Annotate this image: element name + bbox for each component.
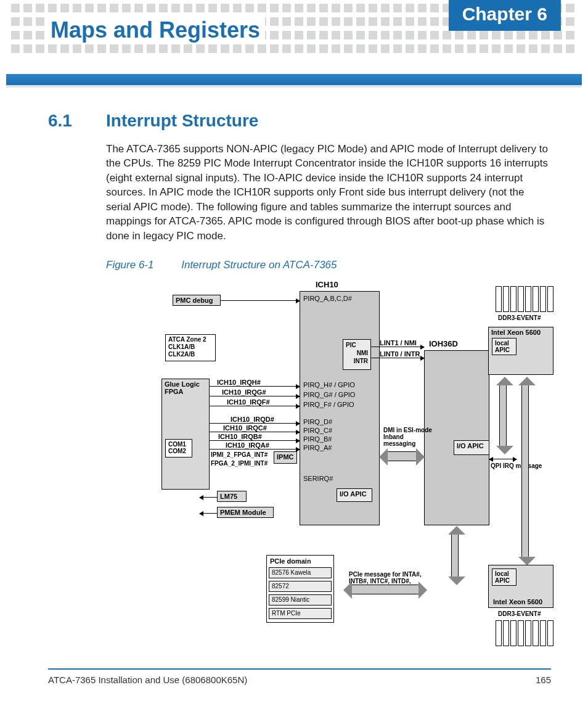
pcie-msg-arrow	[351, 585, 419, 594]
qpi-label: QPI IRQ message	[491, 462, 542, 469]
xeon-bottom-label: Intel Xeon 5600	[493, 598, 542, 605]
pcie-item-2: 82599 Niantic	[269, 594, 332, 605]
io-apic1-block: I/O APIC	[337, 488, 372, 502]
lint0-label: LINT0 / INTR	[380, 350, 420, 358]
pcie-msg-label: PCIe message for INTA#, INTB#, INTC#, IN…	[349, 571, 441, 585]
com-block: COM1 COM2	[165, 439, 192, 458]
pcie-item-1: 82572	[269, 581, 332, 592]
pic-block: PIC NMI INTR	[343, 339, 371, 370]
fpga2ipmi-label: FPGA_2_IPMI_INT#	[211, 460, 267, 467]
pcie-item-0: 82576 Kawela	[269, 567, 332, 578]
pirqf-label: PIRQ_F# / GPIO	[303, 401, 354, 408]
qpi-arrow	[489, 459, 517, 459]
ipmc-block: IPMC	[274, 451, 297, 464]
section-title: Interrupt Structure	[106, 111, 258, 131]
figure-number: Figure 6-1	[106, 259, 153, 271]
arrow-lint0	[371, 358, 424, 358]
arrow-irqg	[210, 396, 300, 396]
pirqa-label: PIRQ_A#	[303, 444, 332, 451]
section-number: 6.1	[48, 111, 76, 131]
irqb-label: ICH10_IRQB#	[218, 433, 262, 440]
irqd-label: ICH10_IRQD#	[231, 416, 274, 423]
ich10-label: ICH10	[316, 280, 338, 289]
arrow-lint1	[371, 347, 424, 347]
dram-bottom	[496, 620, 553, 646]
nmi-label: NMI	[346, 349, 368, 357]
qpi-vert-1	[499, 385, 507, 446]
arrow-irqa	[210, 449, 300, 449]
qpi-vert-2	[521, 385, 529, 557]
ddr3-bottom-label: DDR3-EVENT#	[498, 610, 541, 617]
figure-title: Interrupt Structure on ATCA-7365	[181, 259, 337, 271]
irqh-label: ICH10_IRQH#	[217, 379, 261, 386]
chapter-tab: Chapter 6	[449, 0, 561, 31]
irqf-label: ICH10_IRQF#	[227, 398, 270, 406]
io-apic2-block: I/O APIC	[454, 440, 489, 455]
arrow-irqh	[210, 386, 300, 387]
pcie-domain-label: PCIe domain	[270, 557, 311, 565]
page-header: Chapter 6 Maps and Registers	[0, 0, 588, 62]
dram-top	[496, 286, 553, 312]
section-heading: 6.1 Interrupt Structure	[48, 111, 551, 131]
section-body: The ATCA-7365 supports NON-APIC (legacy …	[106, 142, 551, 243]
glue-fpga-block: Glue Logic FPGA	[161, 379, 210, 490]
arrow-irqb	[210, 440, 300, 441]
lm75-block: LM75	[217, 491, 247, 502]
irqa-label: ICH10_IRQA#	[226, 441, 269, 449]
ipmi2fpga-label: IPMI_2_FPGA_INT#	[211, 451, 267, 458]
pirq-abcd-label: PIRQ_A,B,C,D#	[303, 295, 352, 302]
intr-label: INTR	[346, 357, 368, 365]
pirqg-label: PIRQ_G# / GPIO	[303, 391, 355, 398]
pirqb-label: PIRQ_B#	[303, 435, 332, 443]
pcie-item-3: RTM PCIe	[269, 608, 332, 619]
arrow-irqc	[210, 432, 300, 432]
dmi-label: DMI in ESI-mode Inband messaging	[383, 427, 433, 447]
figure-caption: Figure 6-1 Interrupt Structure on ATCA-7…	[106, 259, 551, 271]
interrupt-structure-diagram: ICH10 PMC debug PIRQ_A,B,C,D# ATCA Zone …	[121, 280, 571, 656]
pmem-block: PMEM Module	[217, 507, 274, 518]
dmi-arrow	[387, 451, 417, 461]
arrow-irqd	[210, 423, 300, 424]
pirqd-label: PIRQ_D#	[303, 418, 332, 425]
ioh36d-label: IOH36D	[429, 339, 458, 348]
page-footer: ATCA-7365 Installation and Use (6806800K…	[48, 668, 551, 685]
serirq-label: SERIRQ#	[303, 475, 333, 482]
pirqc-label: PIRQ_C#	[303, 427, 332, 434]
arrow-lm75	[200, 497, 217, 498]
atca-zone-block: ATCA Zone 2 CLK1A/B CLK2A/B	[165, 334, 216, 361]
document-title: Maps and Registers	[48, 17, 265, 43]
pic-label: PIC	[346, 341, 368, 349]
arrow-irqf	[210, 406, 300, 406]
lint1-label: LINT1 / NMI	[380, 339, 417, 347]
ddr3-top-label: DDR3-EVENT#	[498, 314, 541, 321]
local-apic-top: local APIC	[492, 338, 517, 355]
footer-page-number: 165	[536, 675, 551, 685]
header-bar	[6, 74, 582, 88]
irqg-label: ICH10_IRQG#	[222, 388, 266, 396]
pirqh-label: PIRQ_H# / GPIO	[303, 381, 355, 388]
ioh36d-block	[424, 350, 489, 525]
pmc-debug-block: PMC debug	[173, 295, 221, 306]
content-area: 6.1 Interrupt Structure The ATCA-7365 su…	[48, 111, 551, 656]
ioh-to-xeon-arrow	[451, 534, 459, 577]
irqc-label: ICH10_IRQC#	[223, 424, 267, 432]
local-apic-bottom: local APIC	[492, 568, 517, 586]
footer-doc-id: ATCA-7365 Installation and Use (6806800K…	[48, 675, 247, 685]
arrow-pmem	[200, 513, 217, 514]
arrow-pmc	[221, 300, 300, 301]
